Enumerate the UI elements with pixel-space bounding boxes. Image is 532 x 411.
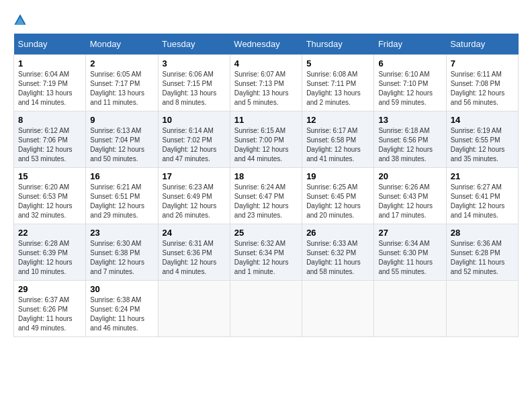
calendar-cell: 20Sunrise: 6:26 AMSunset: 6:43 PMDayligh…: [374, 168, 446, 224]
day-info: Sunrise: 6:10 AMSunset: 7:10 PMDaylight:…: [378, 70, 441, 107]
day-number: 8: [18, 115, 81, 125]
day-number: 25: [234, 228, 298, 238]
day-info: Sunrise: 6:18 AMSunset: 6:56 PMDaylight:…: [378, 126, 441, 164]
day-info: Sunrise: 6:23 AMSunset: 6:49 PMDaylight:…: [163, 183, 226, 220]
day-info: Sunrise: 6:08 AMSunset: 7:11 PMDaylight:…: [306, 70, 369, 107]
day-info: Sunrise: 6:15 AMSunset: 7:00 PMDaylight:…: [234, 126, 298, 164]
day-header-thursday: Thursday: [302, 34, 374, 55]
day-info: Sunrise: 6:32 AMSunset: 6:34 PMDaylight:…: [234, 239, 298, 277]
day-number: 21: [451, 171, 514, 181]
day-number: 15: [18, 171, 81, 181]
page-header: [13, 13, 519, 27]
calendar-cell: 11Sunrise: 6:15 AMSunset: 7:00 PMDayligh…: [230, 111, 302, 168]
calendar-week-5: 29Sunrise: 6:37 AMSunset: 6:26 PMDayligh…: [14, 281, 519, 337]
day-number: 22: [18, 228, 81, 238]
calendar-cell: 19Sunrise: 6:25 AMSunset: 6:45 PMDayligh…: [302, 168, 374, 224]
calendar-cell: 24Sunrise: 6:31 AMSunset: 6:36 PMDayligh…: [158, 224, 230, 281]
day-info: Sunrise: 6:28 AMSunset: 6:39 PMDaylight:…: [18, 239, 81, 277]
calendar-cell: 15Sunrise: 6:20 AMSunset: 6:53 PMDayligh…: [14, 168, 86, 224]
day-number: 12: [306, 115, 369, 125]
day-info: Sunrise: 6:07 AMSunset: 7:13 PMDaylight:…: [234, 70, 298, 107]
calendar-cell: [158, 281, 230, 337]
calendar-cell: 18Sunrise: 6:24 AMSunset: 6:47 PMDayligh…: [230, 168, 302, 224]
day-header-friday: Friday: [374, 34, 446, 55]
day-info: Sunrise: 6:12 AMSunset: 7:06 PMDaylight:…: [18, 126, 81, 164]
calendar-cell: 6Sunrise: 6:10 AMSunset: 7:10 PMDaylight…: [374, 55, 446, 111]
calendar-cell: 17Sunrise: 6:23 AMSunset: 6:49 PMDayligh…: [158, 168, 230, 224]
calendar-cell: 22Sunrise: 6:28 AMSunset: 6:39 PMDayligh…: [14, 224, 86, 281]
day-header-monday: Monday: [86, 34, 158, 55]
calendar-cell: 25Sunrise: 6:32 AMSunset: 6:34 PMDayligh…: [230, 224, 302, 281]
calendar-cell: 12Sunrise: 6:17 AMSunset: 6:58 PMDayligh…: [302, 111, 374, 168]
calendar-table: SundayMondayTuesdayWednesdayThursdayFrid…: [13, 34, 519, 337]
calendar-cell: 29Sunrise: 6:37 AMSunset: 6:26 PMDayligh…: [14, 281, 86, 337]
calendar-cell: 4Sunrise: 6:07 AMSunset: 7:13 PMDaylight…: [230, 55, 302, 111]
calendar-cell: 8Sunrise: 6:12 AMSunset: 7:06 PMDaylight…: [14, 111, 86, 168]
calendar-cell: 23Sunrise: 6:30 AMSunset: 6:38 PMDayligh…: [86, 224, 158, 281]
day-number: 23: [90, 228, 153, 238]
calendar-cell: 5Sunrise: 6:08 AMSunset: 7:11 PMDaylight…: [302, 55, 374, 111]
day-info: Sunrise: 6:36 AMSunset: 6:28 PMDaylight:…: [451, 239, 514, 277]
day-number: 17: [163, 171, 226, 181]
calendar-cell: 1Sunrise: 6:04 AMSunset: 7:19 PMDaylight…: [14, 55, 86, 111]
day-info: Sunrise: 6:38 AMSunset: 6:24 PMDaylight:…: [90, 295, 153, 333]
day-number: 10: [163, 115, 226, 125]
day-info: Sunrise: 6:06 AMSunset: 7:15 PMDaylight:…: [163, 70, 226, 107]
day-number: 4: [234, 58, 298, 68]
day-info: Sunrise: 6:11 AMSunset: 7:08 PMDaylight:…: [451, 70, 514, 107]
day-header-saturday: Saturday: [446, 34, 518, 55]
day-info: Sunrise: 6:37 AMSunset: 6:26 PMDaylight:…: [18, 295, 81, 333]
calendar-cell: [446, 281, 518, 337]
day-info: Sunrise: 6:31 AMSunset: 6:36 PMDaylight:…: [163, 239, 226, 277]
day-info: Sunrise: 6:27 AMSunset: 6:41 PMDaylight:…: [451, 183, 514, 220]
calendar-cell: 28Sunrise: 6:36 AMSunset: 6:28 PMDayligh…: [446, 224, 518, 281]
day-number: 18: [234, 171, 298, 181]
day-info: Sunrise: 6:33 AMSunset: 6:32 PMDaylight:…: [306, 239, 369, 277]
day-number: 26: [306, 228, 369, 238]
day-number: 20: [378, 171, 441, 181]
day-info: Sunrise: 6:30 AMSunset: 6:38 PMDaylight:…: [90, 239, 153, 277]
day-info: Sunrise: 6:34 AMSunset: 6:30 PMDaylight:…: [378, 239, 441, 277]
day-info: Sunrise: 6:26 AMSunset: 6:43 PMDaylight:…: [378, 183, 441, 220]
calendar-cell: [374, 281, 446, 337]
calendar-cell: 16Sunrise: 6:21 AMSunset: 6:51 PMDayligh…: [86, 168, 158, 224]
day-info: Sunrise: 6:17 AMSunset: 6:58 PMDaylight:…: [306, 126, 369, 164]
day-number: 28: [451, 228, 514, 238]
day-header-wednesday: Wednesday: [230, 34, 302, 55]
day-number: 1: [18, 58, 81, 68]
day-number: 5: [306, 58, 369, 68]
day-info: Sunrise: 6:05 AMSunset: 7:17 PMDaylight:…: [90, 70, 153, 107]
day-info: Sunrise: 6:24 AMSunset: 6:47 PMDaylight:…: [234, 183, 298, 220]
calendar-cell: 10Sunrise: 6:14 AMSunset: 7:02 PMDayligh…: [158, 111, 230, 168]
day-info: Sunrise: 6:04 AMSunset: 7:19 PMDaylight:…: [18, 70, 81, 107]
calendar-cell: [230, 281, 302, 337]
day-header-sunday: Sunday: [14, 34, 86, 55]
calendar-week-2: 8Sunrise: 6:12 AMSunset: 7:06 PMDaylight…: [14, 111, 519, 168]
calendar-week-4: 22Sunrise: 6:28 AMSunset: 6:39 PMDayligh…: [14, 224, 519, 281]
day-number: 19: [306, 171, 369, 181]
calendar-cell: 21Sunrise: 6:27 AMSunset: 6:41 PMDayligh…: [446, 168, 518, 224]
calendar-cell: [302, 281, 374, 337]
day-header-tuesday: Tuesday: [158, 34, 230, 55]
day-number: 9: [90, 115, 153, 125]
calendar-cell: 7Sunrise: 6:11 AMSunset: 7:08 PMDaylight…: [446, 55, 518, 111]
logo-icon: [13, 13, 27, 27]
day-number: 3: [163, 58, 226, 68]
day-number: 24: [163, 228, 226, 238]
calendar-cell: 3Sunrise: 6:06 AMSunset: 7:15 PMDaylight…: [158, 55, 230, 111]
day-info: Sunrise: 6:20 AMSunset: 6:53 PMDaylight:…: [18, 183, 81, 220]
day-number: 11: [234, 115, 298, 125]
day-info: Sunrise: 6:14 AMSunset: 7:02 PMDaylight:…: [163, 126, 226, 164]
calendar-cell: 27Sunrise: 6:34 AMSunset: 6:30 PMDayligh…: [374, 224, 446, 281]
day-number: 16: [90, 171, 153, 181]
day-info: Sunrise: 6:25 AMSunset: 6:45 PMDaylight:…: [306, 183, 369, 220]
calendar-cell: 26Sunrise: 6:33 AMSunset: 6:32 PMDayligh…: [302, 224, 374, 281]
calendar-week-3: 15Sunrise: 6:20 AMSunset: 6:53 PMDayligh…: [14, 168, 519, 224]
day-number: 2: [90, 58, 153, 68]
day-number: 27: [378, 228, 441, 238]
calendar-cell: 13Sunrise: 6:18 AMSunset: 6:56 PMDayligh…: [374, 111, 446, 168]
day-number: 30: [90, 284, 153, 294]
calendar-cell: 30Sunrise: 6:38 AMSunset: 6:24 PMDayligh…: [86, 281, 158, 337]
calendar-cell: 14Sunrise: 6:19 AMSunset: 6:55 PMDayligh…: [446, 111, 518, 168]
day-number: 14: [451, 115, 514, 125]
